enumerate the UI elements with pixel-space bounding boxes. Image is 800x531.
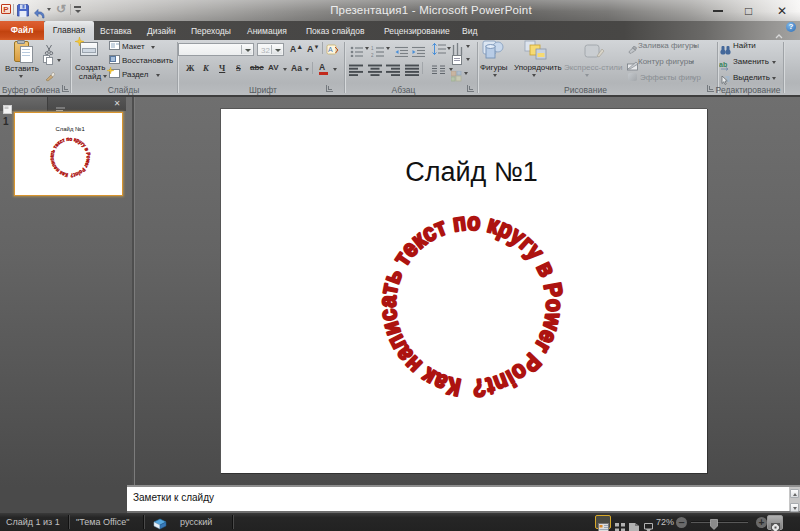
- svg-text:1: 1: [371, 46, 374, 51]
- svg-text:2: 2: [371, 53, 374, 57]
- svg-text:A: A: [328, 46, 333, 53]
- svg-text:Как написать текст по кругу в: Как написать текст по кругу в Power Poin…: [49, 136, 92, 179]
- svg-text:Слайд №1: Слайд №1: [56, 126, 85, 132]
- svg-text:Как написать текст по кругу в: Как написать текст по кругу в Power Poin…: [373, 208, 568, 402]
- svg-text:ab: ab: [719, 61, 727, 68]
